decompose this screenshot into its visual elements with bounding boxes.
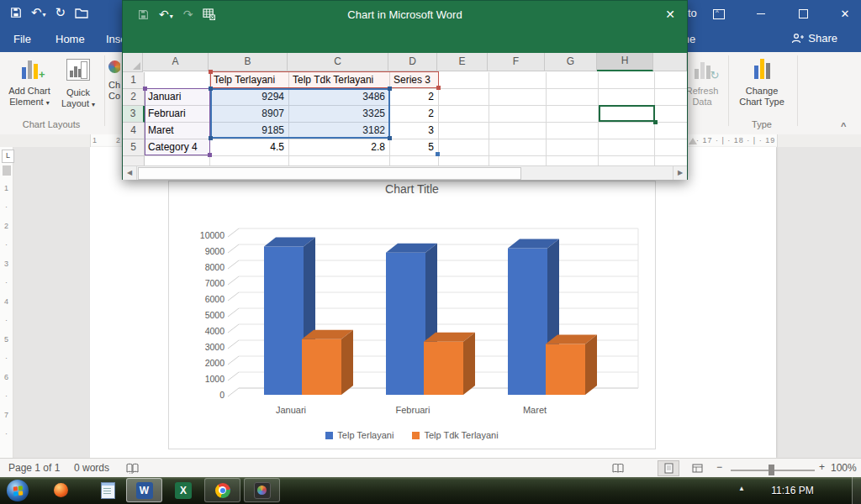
sheet-cell[interactable]: [145, 72, 210, 89]
show-desktop-button[interactable]: [852, 477, 861, 504]
ribbon-display-options-icon[interactable]: [705, 0, 733, 28]
sheet-cell[interactable]: [489, 106, 547, 123]
tab-selector-button[interactable]: L: [2, 150, 14, 163]
vertical-ruler[interactable]: L 1·2·3·4·5·6·7·: [0, 147, 13, 458]
bar-Maret-1[interactable]: [546, 344, 585, 395]
sheet-cell[interactable]: [655, 139, 687, 156]
taskbar-item-chrome[interactable]: [204, 478, 240, 502]
sheet-cell[interactable]: [439, 156, 489, 165]
add-chart-element-button[interactable]: + Add Chart Element ▾: [5, 55, 54, 118]
tray-show-hidden-icon[interactable]: ▲: [738, 485, 745, 492]
sheet-cell[interactable]: [599, 156, 655, 165]
sheet-cell[interactable]: [489, 156, 547, 165]
sheet-cell[interactable]: [547, 106, 599, 123]
sheet-cell[interactable]: [599, 89, 655, 106]
web-layout-icon[interactable]: [686, 460, 708, 476]
column-header-b[interactable]: B: [209, 53, 288, 71]
sheet-cell[interactable]: [439, 106, 489, 123]
taskbar-item-notepad[interactable]: [94, 478, 121, 502]
sheet-cell[interactable]: 9294: [210, 89, 289, 106]
bar-side-face[interactable]: [585, 335, 597, 395]
restore-icon[interactable]: [789, 0, 817, 28]
row-header-5[interactable]: 5: [123, 139, 145, 156]
legend-item[interactable]: Telp Terlayani: [325, 430, 394, 440]
sheet-cell[interactable]: Maret: [145, 123, 210, 139]
proofing-icon[interactable]: [126, 463, 139, 474]
bar-Januari-1[interactable]: [302, 339, 341, 395]
sheet-cell[interactable]: [599, 106, 655, 123]
start-button[interactable]: [7, 480, 29, 501]
column-header-f[interactable]: F: [488, 53, 545, 71]
chart-canvas[interactable]: 0100020003000400050006000700080009000100…: [169, 181, 655, 449]
close-icon[interactable]: ✕: [831, 0, 859, 28]
column-header-a[interactable]: A: [143, 53, 209, 71]
sheet-cell[interactable]: [439, 123, 489, 139]
word-count[interactable]: 0 words: [74, 462, 109, 474]
sheet-cell[interactable]: 2: [390, 106, 439, 123]
sheet-cell[interactable]: [547, 89, 599, 106]
sheet-cell[interactable]: [655, 123, 687, 139]
share-button[interactable]: Share: [791, 32, 837, 45]
sheet-cell[interactable]: 2.8: [289, 139, 390, 156]
taskbar-item-excel[interactable]: X: [166, 478, 200, 502]
sheet-cell[interactable]: Telp Tdk Terlayani: [289, 72, 390, 89]
zoom-out-icon[interactable]: −: [716, 461, 722, 473]
sheet-cell[interactable]: [599, 72, 655, 89]
column-header-g[interactable]: G: [545, 53, 597, 71]
sheet-cell[interactable]: [390, 156, 439, 165]
horizontal-scrollbar[interactable]: ◀ ▶: [123, 165, 687, 180]
scrollbar-thumb[interactable]: [138, 167, 521, 180]
scroll-left-icon[interactable]: ◀: [123, 166, 137, 180]
undo-dropdown-icon[interactable]: ▾: [43, 11, 46, 18]
taskbar-item-media-player[interactable]: [244, 478, 280, 502]
scroll-right-icon[interactable]: ▶: [673, 166, 687, 180]
bar-Februari-1[interactable]: [424, 342, 463, 395]
sheet-cell[interactable]: 2: [390, 89, 439, 106]
bar-Maret-0[interactable]: [508, 248, 547, 395]
sheet-cell[interactable]: 4.5: [210, 139, 289, 156]
column-header-partial[interactable]: [653, 53, 687, 71]
chart-data-window[interactable]: ↶▾ ↷ Chart in Microsoft Word ✕ ABCDEFGH1…: [122, 0, 688, 180]
sheet-cell[interactable]: 3: [390, 123, 439, 139]
sheet-cell[interactable]: Januari: [145, 89, 210, 106]
close-icon[interactable]: ✕: [665, 8, 675, 21]
change-chart-type-button[interactable]: ChangeChart Type: [733, 55, 790, 118]
sheet-cell[interactable]: [599, 123, 655, 139]
sheet-cell[interactable]: 5: [390, 139, 439, 156]
sheet-cell[interactable]: Februari: [145, 106, 210, 123]
sheet-cell[interactable]: [289, 156, 390, 165]
undo-icon[interactable]: ↶▾: [31, 5, 46, 20]
save-icon[interactable]: [10, 7, 22, 18]
chart-legend[interactable]: Telp TerlayaniTelp Tdk Terlayani: [169, 430, 655, 440]
document-page[interactable]: Chart Title 0100020003000400050006000700…: [90, 147, 776, 458]
sheet-cell[interactable]: [547, 156, 599, 165]
sheet-cell[interactable]: [439, 139, 489, 156]
column-header-e[interactable]: E: [437, 53, 488, 71]
sheet-cell[interactable]: Series 3: [390, 72, 439, 89]
tab-file[interactable]: File: [13, 33, 31, 45]
repeat-icon[interactable]: ↻: [55, 5, 66, 20]
collapse-ribbon-icon[interactable]: ^: [841, 121, 846, 131]
sheet-cell[interactable]: [489, 89, 547, 106]
taskbar-clock[interactable]: 11:16 PM: [761, 477, 824, 504]
column-header-c[interactable]: C: [288, 53, 388, 71]
bar-Januari-0[interactable]: [264, 246, 304, 395]
tab-home[interactable]: Home: [55, 33, 85, 45]
sheet-cell[interactable]: [655, 156, 687, 165]
sheet-cell[interactable]: [547, 72, 599, 89]
sheet-cell[interactable]: [489, 139, 547, 156]
sheet-cell[interactable]: [655, 89, 687, 106]
spreadsheet[interactable]: ABCDEFGH1Telp TerlayaniTelp Tdk Terlayan…: [123, 53, 687, 165]
sheet-cell[interactable]: [489, 72, 547, 89]
chart-data-window-titlebar[interactable]: ↶▾ ↷ Chart in Microsoft Word ✕: [123, 1, 687, 53]
sheet-cell[interactable]: [599, 139, 655, 156]
sheet-cell[interactable]: 3182: [289, 123, 390, 139]
row-header-4[interactable]: 4: [123, 123, 145, 139]
sheet-cell[interactable]: [547, 123, 599, 139]
row-header-2[interactable]: 2: [123, 89, 145, 106]
sheet-cell[interactable]: [439, 72, 489, 89]
sheet-cell[interactable]: Telp Terlayani: [210, 72, 289, 89]
select-all-corner[interactable]: [123, 53, 143, 72]
row-header-partial[interactable]: [123, 156, 145, 165]
sheet-cell[interactable]: [439, 89, 489, 106]
